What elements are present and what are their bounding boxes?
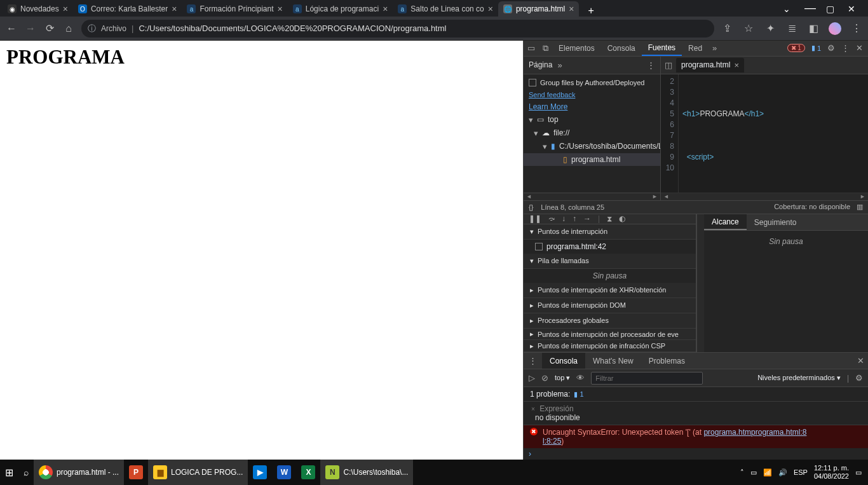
step-out-icon[interactable]: ↑ [573, 214, 576, 223]
more-tabs-icon[interactable]: » [557, 60, 562, 70]
device-toggle-icon[interactable]: ⧉ [539, 43, 552, 53]
tab-elements[interactable]: Elementos [552, 41, 601, 56]
home-icon[interactable]: ⌂ [62, 23, 75, 34]
close-icon[interactable]: × [569, 4, 574, 14]
pause-icon[interactable]: ❚❚ [529, 214, 541, 223]
notifications-icon[interactable]: ▭ [855, 468, 862, 477]
section-dom[interactable]: ▸ Puntos de interrupción DOM [524, 298, 696, 313]
task-wmp[interactable]: ▶ [248, 460, 272, 485]
info-icon[interactable]: ⓘ [88, 23, 96, 34]
deactivate-bp-icon[interactable]: ⧗ [607, 214, 612, 223]
nav-page-tab[interactable]: Página [529, 60, 552, 69]
tab-scope[interactable]: Alcance [704, 214, 747, 230]
tab-sources[interactable]: Fuentes [642, 41, 682, 56]
section-xhr[interactable]: ▸ Puntos de interrupción de XHR/obtenció… [524, 283, 696, 298]
task-powerpoint[interactable]: P [124, 460, 148, 485]
problems-summary[interactable]: 1 problema: ▮ 1 [524, 387, 868, 402]
step-into-icon[interactable]: ↓ [562, 214, 566, 223]
levels-selector[interactable]: Niveles predeterminados ▾ [757, 374, 841, 382]
live-expression[interactable]: × Expresión no disponible [524, 402, 868, 425]
close-icon[interactable]: ✕ [856, 43, 863, 53]
extensions-icon[interactable]: ✦ [764, 22, 776, 34]
window-close-icon[interactable]: ✕ [848, 4, 855, 11]
task-excel[interactable]: X [296, 460, 320, 485]
kebab-icon[interactable]: ⋮ [524, 356, 542, 365]
play-icon[interactable]: ▷ [529, 373, 535, 383]
battery-icon[interactable]: ▭ [750, 468, 757, 477]
gear-icon[interactable]: ⚙ [855, 373, 863, 383]
clear-icon[interactable]: ⊘ [541, 373, 548, 383]
tab-console[interactable]: Consola [601, 41, 642, 56]
star-icon[interactable]: ☆ [742, 22, 755, 34]
tab-correo[interactable]: O Correo: Karla Ballester × [73, 1, 182, 17]
tree-item[interactable]: ▾ ▭ top [524, 113, 660, 126]
volume-icon[interactable]: 🔊 [778, 468, 787, 477]
avatar[interactable] [829, 22, 841, 35]
tab-logica[interactable]: a Lógica de programaci × [288, 1, 393, 17]
start-button[interactable]: ⊞ [0, 460, 18, 485]
back-icon[interactable]: ← [5, 23, 18, 34]
tab-network[interactable]: Red [682, 41, 709, 56]
task-explorer[interactable]: ▆LOGICA DE PROG... [148, 460, 248, 485]
section-event[interactable]: ▸ Puntos de interrupción del procesador … [524, 329, 696, 341]
checkbox[interactable] [529, 79, 536, 86]
tree-file[interactable]: ▯ programa.html [524, 153, 660, 166]
close-icon[interactable]: × [488, 4, 493, 14]
tab-salto[interactable]: a Salto de Linea con co × [393, 1, 498, 17]
sidepanel-icon[interactable]: ◧ [807, 22, 820, 34]
learn-more-link[interactable]: Learn More [529, 102, 567, 111]
language-indicator[interactable]: ESP [794, 468, 808, 476]
pause-exceptions-icon[interactable]: ◐ [619, 214, 625, 223]
step-over-icon[interactable]: ⤼ [548, 214, 555, 223]
scroll-left-icon[interactable]: ◄ [663, 193, 669, 200]
task-word[interactable]: W [272, 460, 296, 485]
media-icon[interactable]: ≣ [785, 22, 798, 34]
section-csp[interactable]: ▸ Puntos de interrupción de infracción C… [524, 340, 696, 352]
kebab-icon[interactable]: ⋮ [841, 43, 850, 53]
more-tabs-icon[interactable]: » [709, 43, 721, 53]
search-button[interactable]: ⌕ [18, 460, 34, 485]
scroll-right-icon[interactable]: ► [652, 193, 658, 200]
filter-input[interactable] [591, 372, 703, 385]
tray-chevron-icon[interactable]: ˄ [740, 468, 744, 477]
reload-icon[interactable]: ⟳ [43, 22, 56, 34]
drawer-tab-problems[interactable]: Problemas [641, 353, 693, 369]
close-icon[interactable]: × [63, 4, 68, 14]
address-bar[interactable]: ⓘ Archivo | C:/Users/toshiba/Documents/L… [81, 20, 714, 38]
braces-icon[interactable]: {} [529, 203, 533, 211]
window-maximize-icon[interactable]: ▢ [826, 4, 834, 11]
step-icon[interactable]: → [583, 214, 591, 223]
scroll-right-icon[interactable]: ► [860, 193, 865, 200]
issues-badge[interactable]: ▮ 1 [811, 44, 821, 52]
section-global[interactable]: ▸ Procesadores globales [524, 313, 696, 329]
horizontal-scrollbar[interactable]: ◄ ► [524, 193, 660, 200]
tree-item[interactable]: ▾ ▮ C:/Users/toshiba/Documents/L [524, 140, 660, 153]
console-prompt[interactable]: › [524, 448, 868, 460]
coverage-icon[interactable]: ▥ [857, 203, 863, 211]
section-callstack[interactable]: ▾ Pila de llamadas [524, 254, 696, 269]
section-breakpoints[interactable]: ▾ Puntos de interrupción [524, 224, 696, 240]
share-icon[interactable]: ⇪ [721, 22, 733, 34]
tab-novedades[interactable]: ◉ Novedades × [3, 1, 73, 17]
clock[interactable]: 12:11 p. m. 04/08/2022 [814, 464, 849, 481]
drawer-tab-whatsnew[interactable]: What's New [585, 353, 641, 369]
close-icon[interactable]: ✕ [857, 356, 864, 365]
close-icon[interactable]: × [172, 4, 177, 14]
inspect-icon[interactable]: ▭ [524, 43, 539, 53]
kebab-icon[interactable]: ⋮ [850, 22, 863, 34]
task-notepadpp[interactable]: NC:\Users\toshiba\... [320, 460, 413, 485]
tab-formacion[interactable]: a Formación Principiant × [182, 1, 287, 17]
tree-item[interactable]: ▾ ☁ file:// [524, 126, 660, 140]
task-chrome[interactable]: programa.html - ... [34, 460, 124, 485]
feedback-link[interactable]: Send feedback [529, 91, 575, 99]
close-icon[interactable]: × [383, 4, 388, 14]
breakpoint-item[interactable]: programa.html:42 [524, 240, 696, 254]
close-icon[interactable]: × [531, 406, 535, 413]
vertical-scrollbar[interactable] [696, 214, 704, 352]
forward-icon[interactable]: → [24, 23, 37, 34]
chrome-menu-drop-icon[interactable]: ⌄ [783, 4, 790, 11]
tab-programa[interactable]: 🌐 programa.html × [498, 1, 580, 17]
scroll-left-icon[interactable]: ◄ [526, 193, 532, 200]
close-icon[interactable]: × [278, 4, 283, 14]
kebab-icon[interactable]: ⋮ [647, 60, 655, 70]
